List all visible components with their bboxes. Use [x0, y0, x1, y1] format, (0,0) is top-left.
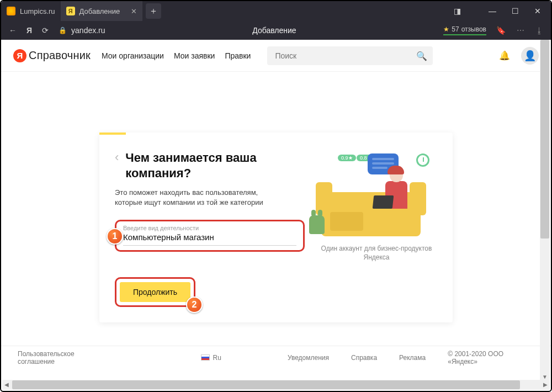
close-icon[interactable]: ✕: [131, 7, 137, 15]
clock-icon: [416, 153, 429, 167]
footer-ads[interactable]: Реклама: [399, 354, 426, 362]
toolbar: ← Я ⟳ 🔒 yandex.ru Добавление ★ 57 отзыво…: [1, 21, 551, 40]
logo-text: Справочник: [29, 49, 91, 62]
reload-icon[interactable]: ⟳: [42, 26, 49, 35]
yandex-icon[interactable]: Я: [26, 26, 32, 35]
horizontal-scrollbar[interactable]: ◀ ▶: [2, 380, 550, 390]
url-domain: yandex.ru: [71, 26, 105, 35]
language-switch[interactable]: Ru: [201, 354, 221, 362]
nav-edits[interactable]: Правки: [225, 51, 251, 60]
avatar[interactable]: 👤: [521, 47, 539, 65]
footer-agreement[interactable]: Пользовательское соглашение: [18, 350, 113, 365]
footer-help[interactable]: Справка: [351, 354, 377, 362]
menu-icon[interactable]: ⋯: [517, 26, 524, 35]
step-badge-2: 2: [186, 296, 203, 313]
card-heading: Чем занимается ваша компания?: [125, 150, 305, 181]
address-bar[interactable]: 🔒 yandex.ru: [59, 26, 105, 35]
site-footer: Пользовательское соглашение Ru Уведомлен…: [1, 346, 551, 369]
sidebar-icon[interactable]: ◨: [454, 7, 461, 15]
continue-button-highlight: Продолжить 2: [115, 277, 195, 307]
search-box[interactable]: 🔍: [267, 46, 433, 65]
dog-shape: [309, 215, 325, 234]
continue-button[interactable]: Продолжить: [120, 282, 190, 302]
tab-title: Lumpics.ru: [20, 7, 55, 15]
site-header: Я Справочник Мои организации Мои заявки …: [1, 40, 551, 72]
bookmark-icon[interactable]: 🔖: [496, 26, 506, 35]
back-icon[interactable]: ←: [9, 26, 17, 35]
logo[interactable]: Я Справочник: [13, 49, 91, 62]
illustration: 0.9★ 0.8★: [316, 153, 432, 236]
tab-active[interactable]: Я Добавление ✕: [61, 1, 143, 21]
bell-icon[interactable]: 🔔: [499, 50, 510, 61]
back-chevron-icon[interactable]: ‹: [115, 150, 119, 165]
vertical-scrollbar[interactable]: ▲ ▼: [540, 40, 550, 380]
tab-lumpics[interactable]: Lumpics.ru: [1, 1, 61, 21]
favicon-icon: Я: [66, 7, 75, 15]
search-icon[interactable]: 🔍: [416, 51, 427, 61]
new-tab-button[interactable]: ＋: [146, 3, 161, 19]
lock-icon: 🔒: [59, 27, 67, 34]
cushion-shape: [330, 212, 363, 231]
card-illustration-panel: 0.9★ 0.8★ Один аккаунт для бизнес-продук…: [316, 150, 437, 307]
nav-my-orgs[interactable]: Мои организации: [102, 51, 164, 60]
tab-title: Добавление: [79, 7, 120, 15]
illustration-caption: Один аккаунт для бизнес-продуктов Яндекс…: [316, 244, 437, 262]
scroll-thumb[interactable]: [12, 380, 520, 389]
window-controls: ◨ ― ☐ ✕: [454, 7, 551, 15]
main-nav: Мои организации Мои заявки Правки: [102, 51, 251, 60]
browser-chrome: Lumpics.ru Я Добавление ✕ ＋ ◨ ― ☐ ✕ ← Я …: [1, 1, 551, 40]
downloads-icon[interactable]: ⭳: [535, 26, 543, 35]
scroll-left-icon[interactable]: ◀: [4, 380, 9, 390]
activity-field-highlight: 1 Введите вид деятельности Компьютерный …: [115, 220, 305, 252]
person-hair-shape: [388, 166, 404, 174]
footer-copyright: © 2001-2020 ООО «Яндекс»: [448, 350, 534, 365]
star-icon: ★: [443, 25, 449, 33]
logo-icon: Я: [13, 49, 26, 62]
flag-icon: [201, 354, 210, 361]
page-title: Добавление: [115, 26, 434, 35]
laptop-shape: [373, 195, 394, 209]
nav-my-requests[interactable]: Мои заявки: [174, 51, 215, 60]
reviews-label: отзывов: [461, 25, 486, 33]
footer-notifications[interactable]: Уведомления: [288, 354, 329, 362]
reviews-badge[interactable]: ★ 57 отзывов: [443, 25, 486, 35]
reviews-count: 57: [452, 25, 459, 33]
close-window-icon[interactable]: ✕: [534, 7, 541, 15]
scroll-thumb[interactable]: [540, 40, 549, 239]
titlebar: Lumpics.ru Я Добавление ✕ ＋ ◨ ― ☐ ✕: [1, 1, 551, 21]
maximize-icon[interactable]: ☐: [512, 7, 519, 15]
search-input[interactable]: [267, 46, 433, 65]
activity-input[interactable]: Компьютерный магазин: [123, 231, 296, 246]
scroll-down-icon[interactable]: ▼: [540, 374, 550, 380]
scroll-right-icon[interactable]: ▶: [543, 380, 548, 390]
page-content: Я Справочник Мои организации Мои заявки …: [1, 40, 551, 380]
favicon-icon: [7, 7, 15, 15]
lang-label: Ru: [213, 354, 221, 362]
minimize-icon[interactable]: ―: [489, 7, 496, 15]
step-badge-1: 1: [107, 228, 123, 245]
rating-pill: 0.9★: [338, 155, 356, 161]
card-subtitle: Это поможет находить вас пользователям, …: [115, 188, 275, 208]
onboarding-card: ‹ Чем занимается ваша компания? Это помо…: [99, 133, 453, 322]
field-label: Введите вид деятельности: [123, 225, 296, 231]
